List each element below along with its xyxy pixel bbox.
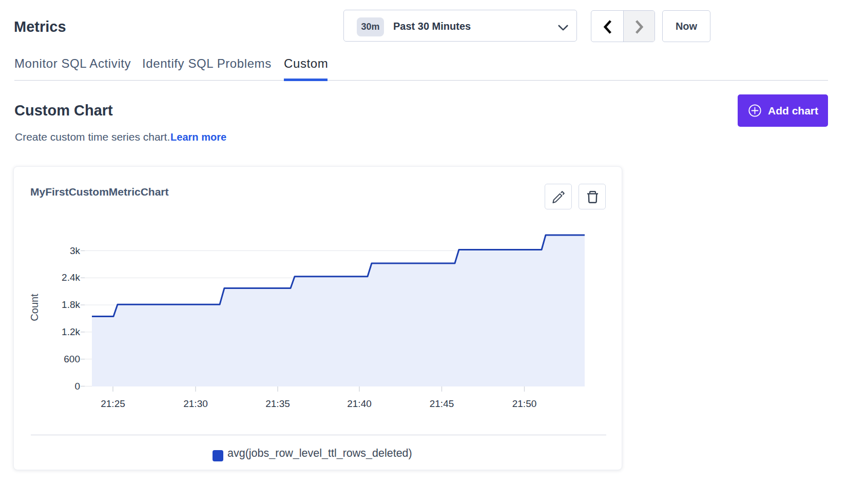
svg-text:2.4k: 2.4k (62, 272, 80, 283)
svg-text:21:30: 21:30 (183, 398, 208, 409)
svg-text:21:35: 21:35 (265, 398, 290, 409)
svg-text:3k: 3k (70, 245, 81, 256)
svg-text:21:25: 21:25 (101, 398, 125, 409)
svg-text:600: 600 (64, 354, 80, 364)
svg-text:21:50: 21:50 (512, 398, 537, 409)
svg-text:0: 0 (74, 381, 80, 392)
svg-text:1.8k: 1.8k (62, 299, 80, 310)
svg-text:21:40: 21:40 (347, 398, 372, 409)
svg-text:1.2k: 1.2k (62, 326, 80, 337)
svg-text:21:45: 21:45 (430, 398, 454, 409)
svg-text:Count: Count (29, 294, 40, 321)
